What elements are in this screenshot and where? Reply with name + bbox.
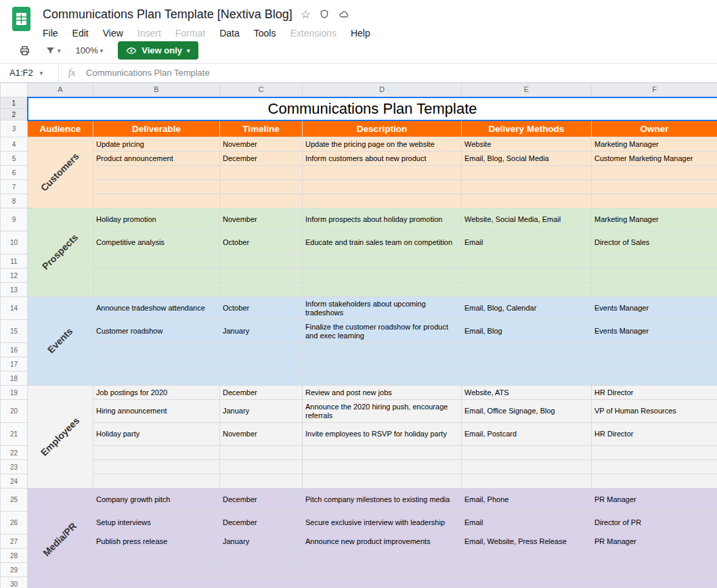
empty-cell[interactable] (462, 254, 592, 269)
empty-cell[interactable] (462, 180, 592, 194)
empty-cell[interactable] (592, 549, 717, 563)
empty-cell[interactable] (462, 166, 592, 180)
cell-deliverable[interactable]: Update pricing (93, 137, 220, 152)
cell-owner[interactable]: Events Manager (592, 297, 717, 320)
row-header[interactable]: 23 (1, 460, 28, 474)
cell-description[interactable]: Invite employees to RSVP for holiday par… (303, 423, 462, 446)
cell-timeline[interactable]: October (220, 231, 303, 254)
row-header[interactable]: 28 (1, 549, 28, 563)
row-header[interactable]: 16 (1, 343, 28, 357)
header-owner[interactable]: Owner (592, 120, 717, 137)
filter-button[interactable]: ▾ (45, 45, 61, 55)
row-header[interactable]: 27 (1, 535, 28, 549)
cell-timeline[interactable]: December (220, 386, 303, 400)
empty-cell[interactable] (93, 343, 220, 357)
cell-delivery-methods[interactable]: Email, Blog (462, 320, 592, 343)
row-header[interactable]: 3 (1, 120, 28, 137)
empty-cell[interactable] (592, 180, 717, 194)
empty-cell[interactable] (462, 474, 592, 489)
empty-cell[interactable] (592, 460, 717, 474)
empty-cell[interactable] (303, 269, 462, 283)
cell-description[interactable]: Inform stakeholders about upcoming trade… (303, 297, 462, 320)
empty-cell[interactable] (462, 343, 592, 357)
row-header[interactable]: 12 (1, 269, 28, 283)
column-header-c[interactable]: C (220, 83, 303, 97)
row-header[interactable]: 14 (1, 297, 28, 320)
cell-delivery-methods[interactable]: Email, Blog, Social Media (462, 152, 592, 166)
cell-timeline[interactable]: January (220, 535, 303, 549)
menu-file[interactable]: File (43, 28, 58, 39)
cell-delivery-methods[interactable]: Email, Blog, Calendar (462, 297, 592, 320)
cell-delivery-methods[interactable]: Email (462, 512, 592, 535)
row-header[interactable]: 26 (1, 512, 28, 535)
row-header[interactable]: 19 (1, 386, 28, 400)
row-header[interactable]: 13 (1, 283, 28, 297)
empty-cell[interactable] (462, 269, 592, 283)
view-only-button[interactable]: View only ▾ (118, 41, 198, 60)
cell-owner[interactable]: Events Manager (592, 320, 717, 343)
zoom-dropdown[interactable]: 100% ▾ (76, 45, 104, 55)
empty-cell[interactable] (220, 577, 303, 588)
empty-cell[interactable] (303, 254, 462, 269)
empty-cell[interactable] (93, 283, 220, 297)
empty-cell[interactable] (93, 474, 220, 489)
document-title[interactable]: Communications Plan Template [Nextiva Bl… (43, 7, 292, 22)
column-header-d[interactable]: D (303, 83, 462, 97)
row-header[interactable]: 17 (1, 357, 28, 371)
header-description[interactable]: Description (303, 120, 462, 137)
column-header-a[interactable]: A (28, 83, 93, 97)
empty-cell[interactable] (592, 254, 717, 269)
empty-cell[interactable] (592, 371, 717, 386)
cell-deliverable[interactable]: Product announcement (93, 152, 220, 166)
column-header-b[interactable]: B (93, 83, 220, 97)
empty-cell[interactable] (592, 343, 717, 357)
row-header[interactable]: 5 (1, 152, 28, 166)
cell-description[interactable]: Educate and train sales team on competit… (303, 231, 462, 254)
empty-cell[interactable] (303, 577, 462, 588)
empty-cell[interactable] (462, 549, 592, 563)
cell-timeline[interactable]: November (220, 208, 303, 231)
empty-cell[interactable] (303, 343, 462, 357)
empty-cell[interactable] (462, 371, 592, 386)
cell-timeline[interactable]: December (220, 489, 303, 512)
empty-cell[interactable] (93, 357, 220, 371)
star-icon[interactable]: ☆ (301, 9, 311, 20)
cell-delivery-methods[interactable]: Website, ATS (462, 386, 592, 400)
audience-cell-employees[interactable]: Employees (28, 386, 93, 489)
cloud-status-icon[interactable] (338, 9, 350, 20)
name-box[interactable]: A1:F2 ▾ (0, 64, 58, 82)
row-header[interactable]: 25 (1, 489, 28, 512)
empty-cell[interactable] (220, 446, 303, 460)
empty-cell[interactable] (462, 283, 592, 297)
cell-owner[interactable]: PR Manager (592, 489, 717, 512)
empty-cell[interactable] (93, 563, 220, 577)
column-header-f[interactable]: F (592, 83, 717, 97)
cell-timeline[interactable]: January (220, 400, 303, 423)
empty-cell[interactable] (220, 357, 303, 371)
empty-cell[interactable] (220, 343, 303, 357)
empty-cell[interactable] (93, 446, 220, 460)
empty-cell[interactable] (592, 283, 717, 297)
row-header[interactable]: 22 (1, 446, 28, 460)
empty-cell[interactable] (462, 577, 592, 588)
cell-owner[interactable]: HR Director (592, 423, 717, 446)
cell-delivery-methods[interactable]: Email (462, 231, 592, 254)
empty-cell[interactable] (93, 371, 220, 386)
cell-deliverable[interactable]: Job postings for 2020 (93, 386, 220, 400)
audience-cell-prospects[interactable]: Prospects (28, 208, 93, 297)
print-button[interactable] (19, 45, 30, 56)
row-header[interactable]: 15 (1, 320, 28, 343)
cell-description[interactable]: Review and post new jobs (303, 386, 462, 400)
row-header[interactable]: 29 (1, 563, 28, 577)
cell-deliverable[interactable]: Holiday promotion (93, 208, 220, 231)
empty-cell[interactable] (303, 357, 462, 371)
cell-delivery-methods[interactable]: Email, Phone (462, 489, 592, 512)
header-delivery-methods[interactable]: Delivery Methods (462, 120, 592, 137)
cell-delivery-methods[interactable]: Email, Website, Press Release (462, 535, 592, 549)
cell-timeline[interactable]: October (220, 297, 303, 320)
cell-description[interactable]: Update the pricing page on the website (303, 137, 462, 152)
cell-deliverable[interactable]: Holiday party (93, 423, 220, 446)
empty-cell[interactable] (303, 194, 462, 208)
empty-cell[interactable] (93, 460, 220, 474)
row-header[interactable]: 4 (1, 137, 28, 152)
